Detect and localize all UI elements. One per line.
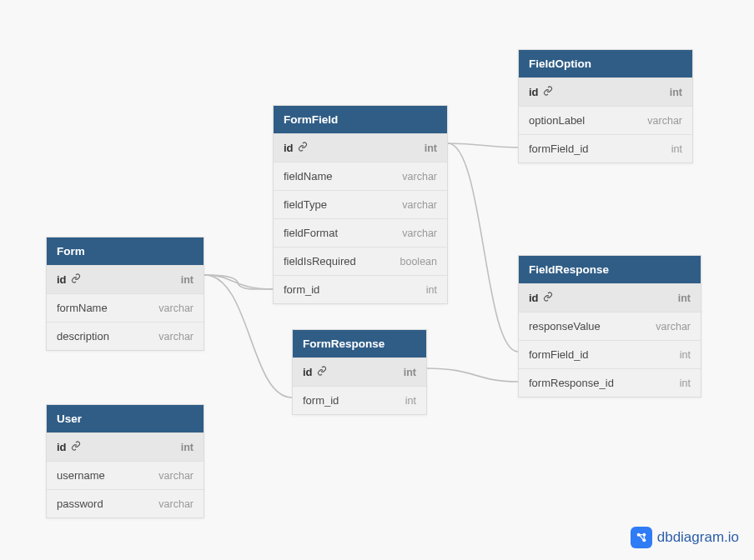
column-row[interactable]: formField_idint [519,340,701,368]
column-type: int [181,442,194,453]
diagram-canvas[interactable]: FormidintformNamevarchardescriptionvarch… [0,0,754,560]
column-type: varchar [647,115,682,127]
table-header[interactable]: FormResponse [293,330,426,358]
column-name: formField_id [529,142,589,155]
column-type: varchar [656,321,691,332]
column-type: int [678,292,691,304]
column-type: int [404,367,416,378]
column-name: formResponse_id [529,377,614,389]
primary-key-link-icon [71,441,81,453]
column-name: password [57,498,103,510]
column-type: varchar [158,498,194,510]
watermark: dbdiagram.io [631,527,739,548]
column-row[interactable]: idint [47,432,204,461]
primary-key-link-icon [543,86,553,98]
dbdiagram-logo-icon [631,527,652,548]
column-name: id [529,292,553,304]
column-name: responseValue [529,320,601,332]
table-header[interactable]: FieldOption [519,50,692,78]
svg-point-1 [642,533,646,537]
table-fieldresponse[interactable]: FieldResponseidintresponseValuevarcharfo… [518,255,701,398]
column-name: fieldType [284,198,327,211]
column-row[interactable]: formResponse_idint [519,368,701,397]
watermark-text: dbdiagram.io [657,529,739,546]
table-fieldoption[interactable]: FieldOptionidintoptionLabelvarcharformFi… [518,49,693,163]
column-row[interactable]: idint [519,78,692,106]
column-row[interactable]: idint [519,283,701,312]
column-type: int [405,395,416,407]
column-name: formName [57,302,108,314]
column-name: fieldIsRequired [284,255,356,268]
column-row[interactable]: fieldNamevarchar [274,162,447,190]
table-header[interactable]: Form [47,238,204,265]
column-type: int [426,284,437,296]
column-type: varchar [402,199,437,211]
column-name: id [284,142,308,154]
column-row[interactable]: fieldIsRequiredboolean [274,247,447,275]
column-type: int [670,87,682,98]
column-type: varchar [158,331,194,342]
column-row[interactable]: idint [293,358,426,386]
column-type: int [680,349,691,361]
primary-key-link-icon [298,142,308,154]
column-row[interactable]: fieldTypevarchar [274,190,447,218]
column-name: form_id [284,283,319,296]
column-row[interactable]: optionLabelvarchar [519,106,692,134]
column-name: username [57,469,105,482]
column-type: varchar [158,470,194,482]
primary-key-link-icon [543,292,553,304]
column-name: fieldName [284,170,333,182]
column-type: varchar [402,228,437,239]
column-type: int [425,142,437,154]
column-row[interactable]: idint [274,133,447,162]
table-header[interactable]: FormField [274,106,447,133]
primary-key-link-icon [71,273,81,286]
column-name: form_id [303,394,339,407]
table-form[interactable]: FormidintformNamevarchardescriptionvarch… [46,237,204,351]
column-row[interactable]: idint [47,265,204,293]
table-user[interactable]: Useridintusernamevarcharpasswordvarchar [46,404,204,518]
column-type: varchar [158,302,194,314]
column-type: boolean [400,256,438,268]
column-type: int [680,378,691,389]
table-formfield[interactable]: FormFieldidintfieldNamevarcharfieldTypev… [273,105,448,304]
table-header[interactable]: FieldResponse [519,256,701,283]
column-row[interactable]: passwordvarchar [47,489,204,518]
column-type: int [671,143,682,155]
column-name: id [529,86,553,98]
column-row[interactable]: responseValuevarchar [519,312,701,340]
table-header[interactable]: User [47,405,204,432]
column-name: optionLabel [529,114,585,127]
column-row[interactable]: formNamevarchar [47,293,204,322]
column-name: fieldFormat [284,227,338,239]
primary-key-link-icon [317,366,327,378]
column-row[interactable]: form_idint [293,386,426,414]
column-row[interactable]: descriptionvarchar [47,322,204,350]
column-row[interactable]: usernamevarchar [47,461,204,489]
column-name: formField_id [529,348,589,361]
column-name: description [57,330,109,342]
column-row[interactable]: formField_idint [519,134,692,162]
column-name: id [57,273,81,286]
column-type: int [181,274,194,286]
column-type: varchar [402,171,437,182]
column-name: id [57,441,81,453]
table-formresponse[interactable]: FormResponseidintform_idint [292,329,427,415]
column-row[interactable]: form_idint [274,275,447,303]
column-row[interactable]: fieldFormatvarchar [274,218,447,247]
column-name: id [303,366,327,378]
